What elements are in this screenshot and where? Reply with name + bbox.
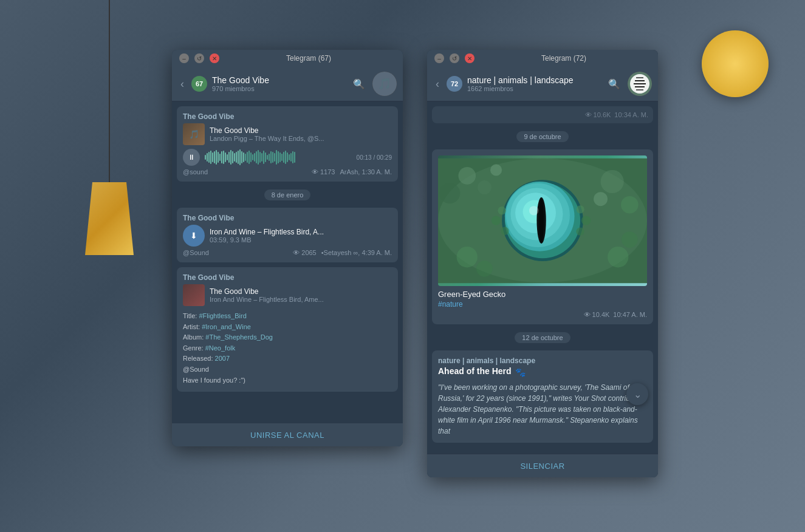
msg-meta-right-1: 👁 1173 ArAsh, 1:30 A. M. — [312, 168, 392, 176]
refresh-button-right[interactable]: ↺ — [450, 53, 459, 63]
join-channel-button[interactable]: UNIRSE AL CANAL — [250, 431, 324, 440]
file-info: Iron And Wine – Flightless Bird, A... 03… — [210, 228, 392, 244]
file-download-icon[interactable]: ⬇ — [183, 225, 205, 247]
date-divider-right-2: 12 de octubre — [432, 332, 653, 343]
search-icon-left[interactable]: 🔍 — [351, 76, 368, 92]
song-thumbnail — [183, 284, 205, 306]
msg-sender-2: The Good Vibe — [183, 214, 392, 222]
prev-msg-meta: 👁 10.6K 10:34 A. M. — [437, 111, 648, 118]
audio-info: The Good Vibe Landon Pigg – The Way It E… — [210, 126, 324, 142]
svg-point-36 — [608, 247, 628, 267]
wave-bar — [221, 151, 222, 163]
minimize-button-left[interactable]: – — [179, 53, 189, 63]
chat-content-left[interactable]: The Good Vibe 🎵 The Good Vibe Landon Pig… — [172, 101, 403, 423]
song-value-title: #Flightless_Bird — [199, 312, 247, 319]
wave-bar — [247, 152, 248, 163]
svg-point-32 — [576, 205, 584, 213]
svg-point-28 — [492, 216, 501, 225]
channel-members-right: 1662 miembros — [467, 85, 601, 92]
back-arrow-right[interactable]: ‹ — [433, 78, 442, 90]
song-title: The Good Vibe — [210, 287, 324, 296]
gold-badge-decoration — [702, 30, 769, 97]
post-text: "I've been working on a photographic sur… — [438, 382, 647, 437]
audio-time: 00:13 / 00:29 — [357, 154, 392, 161]
wave-bar — [238, 151, 239, 164]
audio-player: ⏸ — [183, 149, 392, 166]
wave-bar — [270, 151, 272, 163]
close-button-left[interactable]: ✕ — [210, 53, 219, 63]
wave-bar — [290, 153, 292, 162]
channel-header-right: ‹ 72 nature | animals | landscape 1662 m… — [427, 67, 658, 101]
svg-point-30 — [501, 227, 509, 235]
wave-bar — [236, 152, 237, 163]
song-title-area: The Good Vibe Iron And Wine – Flightless… — [210, 287, 324, 303]
window-title-right: Telegram (72) — [474, 54, 653, 63]
article-post: nature | animals | landscape Ahead of th… — [432, 350, 653, 443]
gecko-tag[interactable]: #nature — [438, 300, 647, 309]
back-arrow-left[interactable]: ‹ — [178, 78, 187, 90]
pause-button[interactable]: ⏸ — [183, 149, 200, 166]
wave-bar — [241, 151, 242, 163]
wave-bar — [239, 149, 241, 165]
file-size: 03:59, 9.3 MB — [210, 236, 392, 244]
audio-thumbnail: 🎵 — [183, 123, 205, 145]
svg-point-13 — [490, 164, 502, 176]
wave-bar — [218, 152, 219, 163]
scroll-down-button[interactable]: ⌄ — [626, 383, 648, 405]
song-field-genre: Genre: #Neo_folk — [183, 343, 392, 354]
song-value-genre: #Neo_folk — [205, 344, 236, 352]
wave-bar — [261, 153, 262, 162]
song-extra: Have I found you? :") — [183, 375, 392, 386]
gecko-views: 👁 10.4K — [584, 311, 610, 318]
msg-author-2: •Setayesh ∞, 4:39 A. M. — [321, 249, 392, 256]
song-field-title: Title: #Flightless_Bird — [183, 311, 392, 322]
wave-bar — [232, 151, 233, 163]
svg-point-26 — [539, 199, 544, 243]
minimize-button-right[interactable]: – — [434, 53, 444, 63]
wave-bar — [258, 150, 259, 165]
channel-avatar-left: 🎵 — [372, 72, 397, 96]
audio-title: The Good Vibe — [210, 126, 324, 135]
song-field-album: Album: #The_Shepherds_Dog — [183, 332, 392, 343]
msg-author-1: ArAsh, 1:30 A. M. — [340, 168, 392, 176]
wave-bar — [287, 152, 288, 162]
wave-bar — [259, 152, 261, 163]
svg-text:🎵: 🎵 — [378, 77, 392, 90]
wave-bar — [278, 151, 279, 163]
date-pill-right-2: 12 de octubre — [515, 332, 570, 343]
close-button-right[interactable]: ✕ — [465, 53, 474, 63]
gecko-image[interactable] — [438, 155, 647, 286]
song-details: Title: #Flightless_Bird Artist: #Iron_an… — [183, 311, 392, 386]
wave-bar — [294, 152, 295, 163]
titlebar-controls-right: – ↺ ✕ — [432, 53, 474, 63]
gecko-meta: 👁 10.4K 10:47 A. M. — [438, 311, 647, 318]
date-divider-1: 8 de enero — [177, 189, 398, 200]
search-icon-right[interactable]: 🔍 — [606, 76, 623, 92]
silenciar-button[interactable]: SILENCIAR — [520, 462, 564, 471]
telegram-window-right: – ↺ ✕ Telegram (72) ‹ 72 nature | animal… — [427, 50, 658, 477]
chat-content-right[interactable]: 👁 10.6K 10:34 A. M. 9 de octubre — [427, 101, 658, 454]
wave-bar — [283, 152, 284, 163]
post-title: Ahead of the Herd — [438, 366, 512, 376]
msg-sender-3: The Good Vibe — [183, 273, 392, 282]
prev-time: 10:34 A. M. — [614, 111, 648, 118]
refresh-button-left[interactable]: ↺ — [194, 53, 204, 63]
song-value-released: 2007 — [215, 355, 230, 362]
song-field-released: Released: 2007 — [183, 353, 392, 364]
song-tag: @Sound — [183, 364, 392, 375]
wave-bar — [281, 154, 283, 161]
wave-bar — [276, 150, 277, 165]
channel-avatar-right — [628, 72, 652, 96]
svg-point-16 — [621, 196, 639, 214]
song-header: The Good Vibe Iron And Wine – Flightless… — [183, 284, 392, 306]
wave-bar — [269, 154, 270, 161]
gecko-caption: Green-Eyed Gecko — [438, 290, 647, 299]
msg-meta-2: @Sound 👁 2065 •Setayesh ∞, 4:39 A. M. — [183, 249, 392, 256]
wave-bar — [289, 154, 290, 160]
song-info-message: The Good Vibe The Good Vibe Iron And Win… — [177, 267, 398, 392]
gecko-time: 10:47 A. M. — [613, 311, 647, 318]
join-bar: UNIRSE AL CANAL — [172, 423, 403, 446]
svg-point-34 — [457, 247, 478, 267]
wave-bar — [228, 152, 230, 163]
date-pill-right-1: 9 de octubre — [516, 131, 568, 142]
